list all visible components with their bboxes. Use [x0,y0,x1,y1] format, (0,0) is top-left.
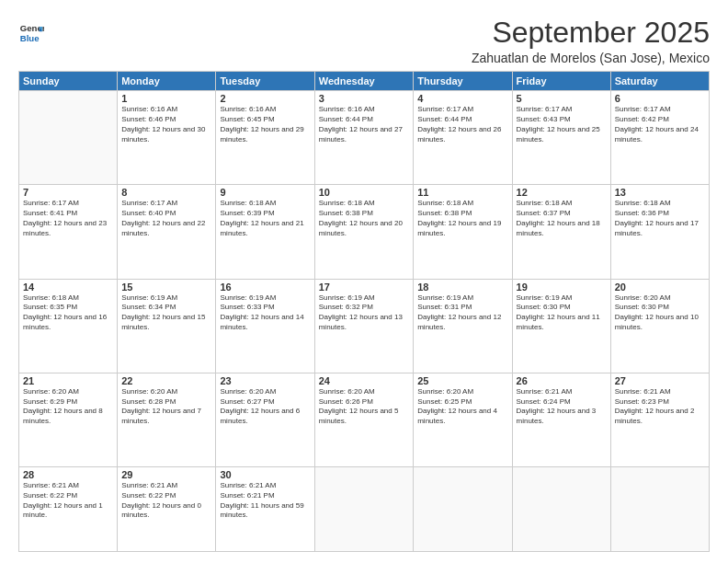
calendar-cell: 16Sunrise: 6:19 AM Sunset: 6:33 PM Dayli… [216,279,314,373]
day-info: Sunrise: 6:17 AM Sunset: 6:43 PM Dayligh… [517,105,607,144]
calendar-cell: 7Sunrise: 6:17 AM Sunset: 6:41 PM Daylig… [19,185,118,279]
header-sunday: Sunday [19,72,118,91]
day-number: 19 [517,282,607,293]
header-saturday: Saturday [610,72,709,91]
day-number: 1 [121,93,211,104]
day-info: Sunrise: 6:18 AM Sunset: 6:37 PM Dayligh… [517,199,607,238]
calendar-cell: 17Sunrise: 6:19 AM Sunset: 6:32 PM Dayli… [314,279,413,373]
day-number: 16 [220,282,310,293]
calendar-cell: 4Sunrise: 6:17 AM Sunset: 6:44 PM Daylig… [414,91,512,185]
day-info: Sunrise: 6:19 AM Sunset: 6:31 PM Dayligh… [417,293,507,333]
calendar-cell: 9Sunrise: 6:18 AM Sunset: 6:39 PM Daylig… [216,185,314,279]
day-info: Sunrise: 6:21 AM Sunset: 6:24 PM Dayligh… [517,387,607,427]
day-number: 5 [517,93,607,104]
day-number: 8 [121,187,211,198]
calendar-cell: 28Sunrise: 6:21 AM Sunset: 6:22 PM Dayli… [19,467,118,552]
calendar-cell: 8Sunrise: 6:17 AM Sunset: 6:40 PM Daylig… [118,185,216,279]
calendar-cell: 11Sunrise: 6:18 AM Sunset: 6:38 PM Dayli… [414,185,512,279]
calendar-cell: 19Sunrise: 6:19 AM Sunset: 6:30 PM Dayli… [512,279,610,373]
day-info: Sunrise: 6:18 AM Sunset: 6:38 PM Dayligh… [319,199,409,238]
day-number: 2 [220,93,310,104]
day-number: 4 [417,93,507,104]
logo-icon: General Blue [18,20,44,46]
calendar-cell: 20Sunrise: 6:20 AM Sunset: 6:30 PM Dayli… [610,279,709,373]
calendar-cell: 5Sunrise: 6:17 AM Sunset: 6:43 PM Daylig… [512,91,610,185]
day-info: Sunrise: 6:16 AM Sunset: 6:46 PM Dayligh… [121,105,211,144]
day-number: 20 [615,282,705,293]
day-info: Sunrise: 6:21 AM Sunset: 6:22 PM Dayligh… [121,481,211,521]
month-title: September 2025 [472,17,710,49]
day-info: Sunrise: 6:21 AM Sunset: 6:23 PM Dayligh… [615,387,705,427]
day-info: Sunrise: 6:19 AM Sunset: 6:30 PM Dayligh… [517,293,607,333]
calendar-cell: 27Sunrise: 6:21 AM Sunset: 6:23 PM Dayli… [610,373,709,466]
day-number: 29 [121,469,211,480]
day-number: 17 [319,282,409,293]
calendar-cell: 3Sunrise: 6:16 AM Sunset: 6:44 PM Daylig… [314,91,413,185]
day-number: 24 [319,375,409,386]
calendar-cell: 22Sunrise: 6:20 AM Sunset: 6:28 PM Dayli… [118,373,216,466]
day-number: 26 [517,375,607,386]
day-info: Sunrise: 6:16 AM Sunset: 6:45 PM Dayligh… [220,105,310,144]
day-info: Sunrise: 6:19 AM Sunset: 6:33 PM Dayligh… [220,293,310,333]
header: General Blue September 2025 Zahuatlan de… [18,17,710,65]
calendar-cell: 23Sunrise: 6:20 AM Sunset: 6:27 PM Dayli… [216,373,314,466]
day-info: Sunrise: 6:17 AM Sunset: 6:40 PM Dayligh… [121,199,211,238]
calendar-cell: 1Sunrise: 6:16 AM Sunset: 6:46 PM Daylig… [118,91,216,185]
day-number: 10 [319,187,409,198]
day-info: Sunrise: 6:18 AM Sunset: 6:39 PM Dayligh… [220,199,310,238]
day-number: 15 [121,282,211,293]
day-number: 30 [220,469,310,480]
day-info: Sunrise: 6:20 AM Sunset: 6:27 PM Dayligh… [220,387,310,427]
calendar-cell: 12Sunrise: 6:18 AM Sunset: 6:37 PM Dayli… [512,185,610,279]
header-monday: Monday [118,72,216,91]
calendar-cell [414,467,512,552]
day-number: 9 [220,187,310,198]
day-number: 27 [615,375,705,386]
calendar-cell: 13Sunrise: 6:18 AM Sunset: 6:36 PM Dayli… [610,185,709,279]
day-info: Sunrise: 6:17 AM Sunset: 6:41 PM Dayligh… [23,199,113,238]
day-number: 25 [417,375,507,386]
week-row-4: 21Sunrise: 6:20 AM Sunset: 6:29 PM Dayli… [19,373,710,466]
week-row-3: 14Sunrise: 6:18 AM Sunset: 6:35 PM Dayli… [19,279,710,373]
day-number: 3 [319,93,409,104]
calendar-cell: 26Sunrise: 6:21 AM Sunset: 6:24 PM Dayli… [512,373,610,466]
day-number: 7 [23,187,113,198]
calendar-cell: 21Sunrise: 6:20 AM Sunset: 6:29 PM Dayli… [19,373,118,466]
day-info: Sunrise: 6:20 AM Sunset: 6:25 PM Dayligh… [417,387,507,427]
header-wednesday: Wednesday [314,72,413,91]
header-thursday: Thursday [414,72,512,91]
calendar-table: Sunday Monday Tuesday Wednesday Thursday… [18,71,710,552]
calendar-cell: 25Sunrise: 6:20 AM Sunset: 6:25 PM Dayli… [414,373,512,466]
day-number: 13 [615,187,705,198]
calendar-cell: 18Sunrise: 6:19 AM Sunset: 6:31 PM Dayli… [414,279,512,373]
header-tuesday: Tuesday [216,72,314,91]
day-info: Sunrise: 6:18 AM Sunset: 6:35 PM Dayligh… [23,293,113,333]
svg-text:Blue: Blue [20,33,40,43]
calendar-cell [314,467,413,552]
day-number: 11 [417,187,507,198]
calendar-cell: 30Sunrise: 6:21 AM Sunset: 6:21 PM Dayli… [216,467,314,552]
day-info: Sunrise: 6:17 AM Sunset: 6:42 PM Dayligh… [615,105,705,144]
day-number: 22 [121,375,211,386]
day-info: Sunrise: 6:16 AM Sunset: 6:44 PM Dayligh… [319,105,409,144]
page: General Blue September 2025 Zahuatlan de… [0,0,728,563]
weekday-header-row: Sunday Monday Tuesday Wednesday Thursday… [19,72,710,91]
day-info: Sunrise: 6:18 AM Sunset: 6:36 PM Dayligh… [615,199,705,238]
calendar-cell: 29Sunrise: 6:21 AM Sunset: 6:22 PM Dayli… [118,467,216,552]
day-info: Sunrise: 6:20 AM Sunset: 6:26 PM Dayligh… [319,387,409,427]
day-info: Sunrise: 6:20 AM Sunset: 6:30 PM Dayligh… [615,293,705,333]
calendar-cell: 14Sunrise: 6:18 AM Sunset: 6:35 PM Dayli… [19,279,118,373]
day-number: 6 [615,93,705,104]
day-number: 21 [23,375,113,386]
week-row-2: 7Sunrise: 6:17 AM Sunset: 6:41 PM Daylig… [19,185,710,279]
day-info: Sunrise: 6:20 AM Sunset: 6:29 PM Dayligh… [23,387,113,427]
day-info: Sunrise: 6:21 AM Sunset: 6:22 PM Dayligh… [23,481,113,521]
logo: General Blue [18,20,44,46]
day-number: 14 [23,282,113,293]
week-row-5: 28Sunrise: 6:21 AM Sunset: 6:22 PM Dayli… [19,467,710,552]
day-info: Sunrise: 6:18 AM Sunset: 6:38 PM Dayligh… [417,199,507,238]
header-friday: Friday [512,72,610,91]
week-row-1: 1Sunrise: 6:16 AM Sunset: 6:46 PM Daylig… [19,91,710,185]
calendar-cell: 6Sunrise: 6:17 AM Sunset: 6:42 PM Daylig… [610,91,709,185]
day-info: Sunrise: 6:17 AM Sunset: 6:44 PM Dayligh… [417,105,507,144]
